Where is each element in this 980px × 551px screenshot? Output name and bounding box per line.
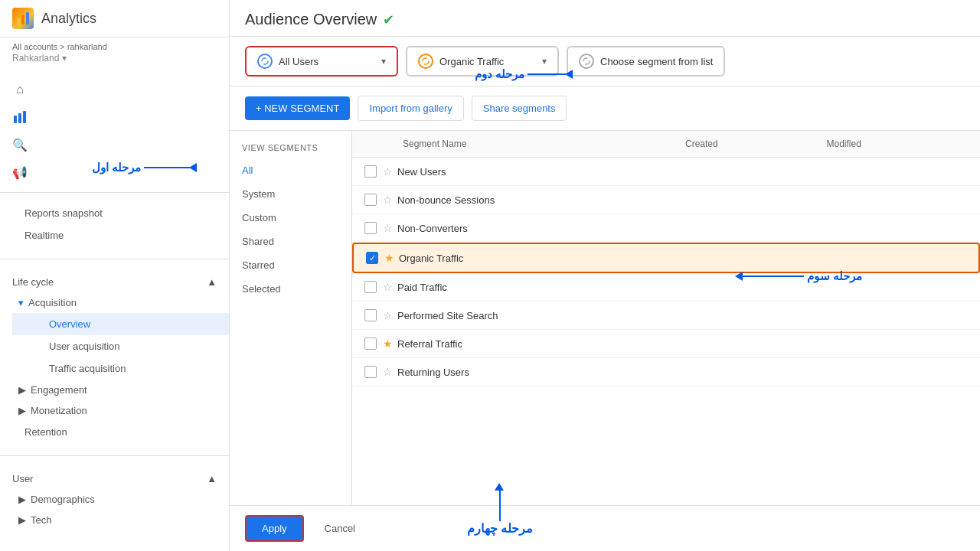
segments-bar: All Users ▾ Organic Traffic ▾ Choose seg…	[230, 37, 980, 86]
segment-circle-orange-icon	[418, 54, 433, 69]
segment-footer: Apply Cancel	[230, 505, 980, 551]
account-name[interactable]: Rahkarland ▾	[0, 53, 229, 70]
sidebar-header: Analytics	[0, 0, 229, 37]
chevron-right-icon: ▶	[18, 494, 26, 505]
analytics-logo	[12, 8, 34, 29]
sidebar-item-user-acquisition[interactable]: User acquisition	[12, 335, 229, 357]
table-row[interactable]: ☆ Paid Traffic	[352, 273, 980, 302]
user-section: User ▲ ▶ Demographics ▶ Tech	[0, 459, 229, 540]
row-checkbox[interactable]	[364, 309, 377, 321]
chevron-up-icon: ▲	[207, 276, 217, 288]
table-row[interactable]: ★ Referral Traffic	[352, 330, 980, 358]
sidebar-item-retention[interactable]: Retention	[0, 421, 229, 443]
chevron-right-icon: ▶	[18, 514, 26, 526]
svg-rect-1	[21, 15, 24, 24]
row-checkbox[interactable]	[364, 366, 377, 378]
svg-rect-4	[18, 113, 21, 123]
sidebar-item-realtime[interactable]: Realtime	[0, 224, 229, 246]
nav-reports[interactable]	[0, 103, 229, 131]
filter-starred[interactable]: Starred	[230, 253, 351, 277]
nav-icons: ⌂ 🔍 📢	[0, 70, 229, 193]
main-header: Audience Overview ✔	[230, 0, 980, 37]
svg-point-7	[423, 58, 429, 64]
monetization-header[interactable]: ▶ Monetization	[0, 400, 229, 421]
choose-segment-label: Choose segment from list	[600, 56, 713, 67]
new-segment-button[interactable]: + NEW SEGMENT	[245, 96, 350, 120]
star-icon[interactable]: ☆	[383, 309, 393, 321]
divider-1	[0, 259, 229, 259]
segment-name-label: Performed Site Search	[397, 310, 968, 321]
filter-shared[interactable]: Shared	[230, 230, 351, 253]
table-row[interactable]: ☆ Returning Users	[352, 358, 980, 386]
svg-rect-2	[26, 12, 29, 24]
table-row[interactable]: ☆ Performed Site Search	[352, 302, 980, 330]
row-checkbox-checked[interactable]: ✓	[366, 252, 378, 264]
nav-home[interactable]: ⌂	[0, 76, 229, 103]
engagement-header[interactable]: ▶ Engagement	[0, 380, 229, 400]
star-filled-icon[interactable]: ★	[384, 252, 394, 264]
all-users-segment[interactable]: All Users ▾	[245, 46, 398, 77]
apply-button[interactable]: Apply	[245, 515, 304, 542]
filter-selected[interactable]: Selected	[230, 277, 351, 301]
row-checkbox[interactable]	[364, 165, 377, 178]
segment-panel: + NEW SEGMENT Import from gallery Share …	[230, 86, 980, 551]
chevron-right-icon: ▶	[18, 405, 26, 416]
nav-explore[interactable]: 🔍	[0, 131, 229, 158]
sidebar-item-reports-snapshot[interactable]: Reports snapshot	[0, 202, 229, 224]
row-checkbox[interactable]	[364, 337, 377, 350]
organic-traffic-segment[interactable]: Organic Traffic ▾	[406, 46, 559, 77]
svg-rect-3	[14, 116, 17, 123]
reports-icon	[12, 109, 28, 125]
acquisition-header[interactable]: ▾ Acquisition	[12, 292, 229, 313]
svg-point-8	[583, 58, 590, 64]
cancel-button[interactable]: Cancel	[312, 516, 368, 541]
demographics-header[interactable]: ▶ Demographics	[0, 489, 229, 510]
lifecycle-header[interactable]: Life cycle ▲	[0, 272, 229, 292]
segment-circle-icon	[257, 54, 273, 69]
breadcrumb: All accounts > rahkarland	[0, 37, 229, 53]
segment-name-label: Paid Traffic	[397, 282, 968, 293]
choose-segment[interactable]: Choose segment from list	[567, 46, 725, 77]
tech-header[interactable]: ▶ Tech	[0, 510, 229, 530]
share-segments-button[interactable]: Share segments	[472, 96, 567, 121]
table-row[interactable]: ☆ New Users	[352, 158, 980, 186]
chevron-down-icon: ▾	[18, 297, 24, 308]
table-row[interactable]: ☆ Non-Converters	[352, 214, 980, 243]
segment-name-label: Non-bounce Sessions	[397, 194, 968, 206]
star-icon[interactable]: ☆	[383, 165, 393, 178]
user-section-header[interactable]: User ▲	[0, 468, 229, 489]
organic-traffic-row-label: Organic Traffic	[399, 253, 966, 264]
row-checkbox[interactable]	[364, 194, 377, 206]
all-users-label: All Users	[279, 56, 375, 67]
explore-icon: 🔍	[12, 137, 28, 152]
table-row[interactable]: ☆ Non-bounce Sessions	[352, 186, 980, 214]
col-modified: Modified	[827, 139, 969, 149]
segment-list-header: Segment Name Created Modified	[352, 131, 980, 158]
sidebar: Analytics All accounts > rahkarland Rahk…	[0, 0, 230, 551]
filter-custom[interactable]: Custom	[230, 206, 351, 230]
sidebar-item-overview[interactable]: Overview	[12, 313, 229, 335]
star-icon[interactable]: ☆	[383, 222, 393, 234]
chevron-up-icon: ▲	[207, 473, 217, 484]
reports-section: Reports snapshot Realtime	[0, 193, 229, 256]
row-checkbox[interactable]	[364, 281, 377, 293]
dropdown-arrow-icon-2: ▾	[542, 56, 547, 67]
star-icon[interactable]: ☆	[383, 194, 393, 206]
lifecycle-section: Life cycle ▲ ▾ Acquisition Overview User…	[0, 262, 229, 452]
filter-system[interactable]: System	[230, 182, 351, 206]
view-segments-label: VIEW SEGMENTS	[230, 140, 351, 158]
segment-name-label: New Users	[397, 166, 968, 178]
star-filled-icon[interactable]: ★	[383, 337, 393, 350]
row-checkbox[interactable]	[364, 222, 377, 234]
import-from-gallery-button[interactable]: Import from gallery	[358, 96, 463, 121]
star-icon[interactable]: ☆	[383, 281, 393, 293]
verified-badge: ✔	[383, 11, 394, 28]
advertising-icon: 📢	[12, 165, 28, 180]
svg-rect-5	[23, 111, 26, 123]
star-icon[interactable]: ☆	[383, 366, 393, 378]
segment-name-label: Referral Traffic	[397, 338, 968, 350]
sidebar-item-traffic-acquisition[interactable]: Traffic acquisition	[12, 357, 229, 380]
nav-advertising[interactable]: 📢	[0, 158, 229, 186]
filter-all[interactable]: All	[230, 158, 351, 182]
table-row-organic-traffic[interactable]: ✓ ★ Organic Traffic	[352, 243, 980, 273]
